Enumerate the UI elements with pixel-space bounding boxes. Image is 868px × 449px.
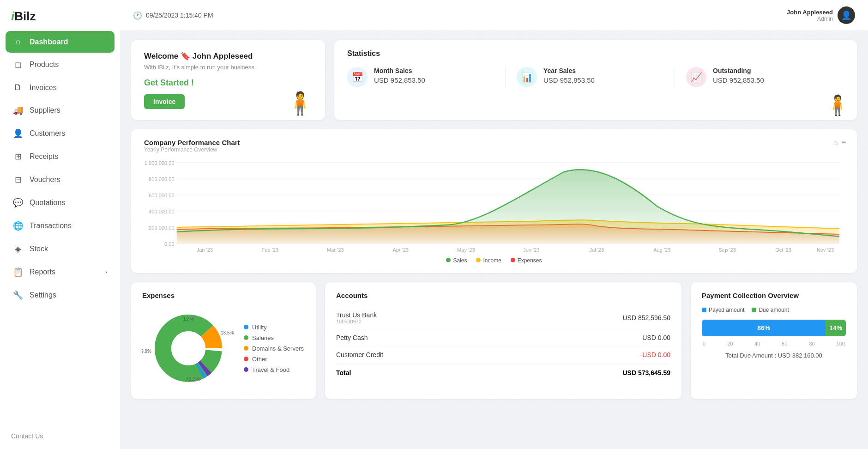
stat-label: Year Sales [543,67,595,74]
products-icon: ◻ [13,60,23,70]
payment-bar: 86% 14% [702,320,846,336]
legend-utility-label: Utility [252,324,267,331]
legend-domains-label: Domains & Servers [252,345,304,352]
sidebar-item-suppliers[interactable]: 🚚 Suppliers [6,99,115,121]
receipts-icon: ⊞ [13,152,23,162]
statistics-card: Statistics 📅 Month Sales USD 952,853.50 … [334,40,857,120]
year-sales-icon: 📊 [517,67,537,87]
settings-icon: 🔧 [13,290,23,300]
user-name: John Appleseed [787,9,833,16]
svg-text:Jul '23: Jul '23 [589,247,604,253]
chart-title: Company Performance Chart [144,139,844,146]
welcome-card: Welcome 🔖 John Appleseed With iBilz, It'… [131,40,325,120]
avatar[interactable]: 👤 [838,6,855,24]
chart-subtitle: Yearly Performance Overview [144,146,844,153]
chart-legend: Sales Income Expenses [144,257,844,264]
legend-travel: Travel & Food [244,366,304,373]
scale-60: 60 [782,341,787,346]
stat-value: USD 952,853.50 [543,76,595,84]
scale-80: 80 [809,341,814,346]
account-row-credit: Customer Credit -USD 0.00 [336,346,670,364]
content-area: Welcome 🔖 John Appleseed With iBilz, It'… [120,31,868,449]
contact-us-link[interactable]: Contact Us [0,423,120,449]
account-row-petty: Petty Cash USD 0.00 [336,329,670,346]
svg-text:400,000.00: 400,000.00 [149,209,175,214]
donut-chart: 1.3% 13.5% 9.9% 73.3% [142,307,235,390]
stat-item-year-sales: 📊 Year Sales USD 952,853.50 [505,67,675,87]
home-chart-icon[interactable]: ⌂ [833,139,838,147]
sidebar-item-settings[interactable]: 🔧 Settings [6,284,115,306]
account-value-credit: -USD 0.00 [640,351,670,358]
scale-40: 40 [754,341,760,346]
svg-text:0.00: 0.00 [164,241,175,247]
accounts-title: Accounts [336,291,670,299]
legend-expenses: Expenses [511,257,542,264]
due-label: Due amount [759,307,789,313]
sidebar-item-invoices[interactable]: 🗋 Invoices [6,77,115,98]
total-value: USD 573,645.59 [622,369,670,376]
header-datetime: 🕐 09/25/2023 1:15:40 PM [133,11,213,20]
invoice-button[interactable]: Invoice [144,94,185,109]
other-dot [244,357,248,361]
accounts-total: Total USD 573,645.59 [336,364,670,376]
svg-text:Mar '23: Mar '23 [327,247,344,253]
svg-text:May '23: May '23 [457,247,475,253]
sidebar-item-reports[interactable]: 📋 Reports › [6,261,115,283]
sidebar-item-quotations[interactable]: 💬 Quotations [6,192,115,214]
sidebar-item-label: Customers [30,129,65,138]
quotations-icon: 💬 [13,198,23,208]
scale-0: 0 [703,341,705,346]
utility-dot [244,325,248,329]
account-value-petty: USD 0.00 [642,334,670,341]
stats-figure: 🧍 [826,94,850,116]
statistics-title: Statistics [347,49,844,58]
sidebar-item-transactions[interactable]: 🌐 Transactions [6,215,115,237]
svg-text:Feb '23: Feb '23 [262,247,279,253]
paid-label: Payed amount [709,307,744,313]
user-role: Admin [787,16,833,22]
scale-20: 20 [727,341,733,346]
sidebar-item-label: Invoices [30,84,57,92]
datetime-text: 09/25/2023 1:15:40 PM [146,12,213,19]
account-name-petty: Petty Cash [336,334,368,341]
sidebar-item-stock[interactable]: ◈ Stock [6,238,115,260]
legend-due: Due amount [752,307,789,313]
svg-text:13.5%: 13.5% [221,330,234,335]
sidebar: iBilz ⌂ Dashboard ◻ Products 🗋 Invoices … [0,0,120,449]
stat-info: Month Sales USD 952,853.50 [374,67,425,84]
svg-text:Nov '23: Nov '23 [817,247,834,253]
sidebar-item-vouchers[interactable]: ⊟ Vouchers [6,169,115,191]
header-user: John Appleseed Admin 👤 [787,6,855,24]
user-info: John Appleseed Admin [787,9,833,22]
performance-chart: 1,000,000.00 800,000.00 600,000.00 400,0… [144,160,844,253]
legend-salaries-label: Salaries [252,334,274,341]
outstanding-icon: 📈 [686,67,706,87]
stat-item-outstanding: 📈 Outstanding USD 952,853.50 [675,67,844,87]
svg-text:Jun '23: Jun '23 [523,247,539,253]
suppliers-icon: 🚚 [13,105,23,115]
sidebar-item-label: Reports [30,268,55,276]
menu-chart-icon[interactable]: ≡ [842,139,846,147]
accounts-card: Accounts Trust Us Bank 100500972 USD 852… [325,282,681,399]
legend-utility: Utility [244,324,304,331]
stat-info: Year Sales USD 952,853.50 [543,67,595,84]
sidebar-nav: ⌂ Dashboard ◻ Products 🗋 Invoices 🚚 Supp… [0,31,120,423]
svg-text:9.9%: 9.9% [142,349,151,354]
transactions-icon: 🌐 [13,221,23,231]
stat-value: USD 952,853.50 [374,76,425,84]
sidebar-item-receipts[interactable]: ⊞ Receipts [6,146,115,168]
top-row: Welcome 🔖 John Appleseed With iBilz, It'… [131,40,857,120]
sidebar-item-products[interactable]: ◻ Products [6,54,115,76]
get-started-text: Get Started ! [144,78,312,88]
sidebar-item-customers[interactable]: 👤 Customers [6,122,115,145]
paid-bar: 86% [702,320,826,336]
svg-text:Sep '23: Sep '23 [719,247,736,253]
legend-travel-label: Travel & Food [252,366,289,373]
payment-legend: Payed amount Due amount [702,307,846,313]
sidebar-item-dashboard[interactable]: ⌂ Dashboard [6,31,115,53]
chart-actions: ⌂ ≡ [833,139,846,147]
account-value-trust: USD 852,596.50 [622,314,670,322]
stat-label: Outstanding [713,67,764,74]
home-icon: ⌂ [13,37,23,47]
stats-items: 📅 Month Sales USD 952,853.50 📊 Year Sale… [347,67,844,87]
